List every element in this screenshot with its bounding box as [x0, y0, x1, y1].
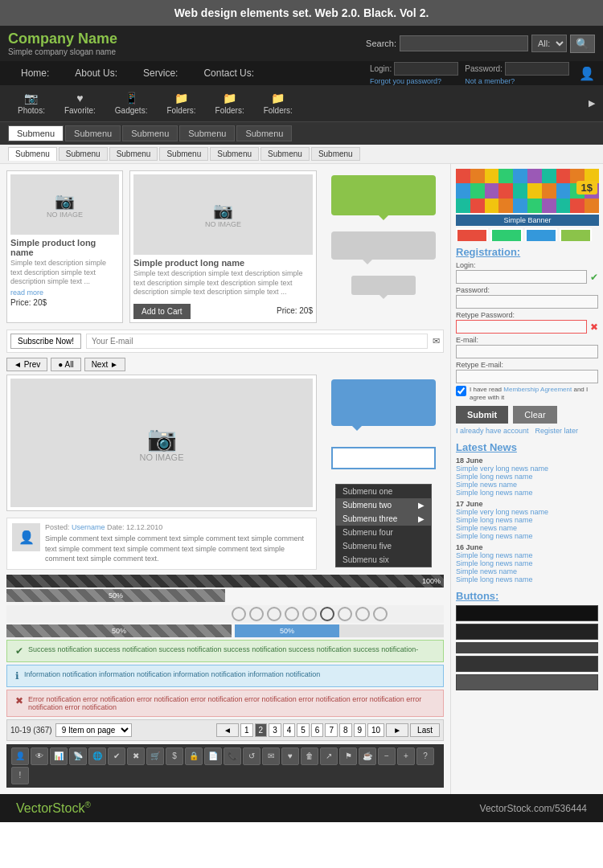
- submenu-1-item-0[interactable]: Submenu: [8, 125, 64, 141]
- dropdown-item-0[interactable]: Submenu one: [336, 485, 431, 498]
- page-10[interactable]: 10: [367, 723, 384, 737]
- tool-check[interactable]: ✔: [108, 747, 125, 765]
- reg-login-input[interactable]: [456, 270, 587, 284]
- password-input[interactable]: [505, 62, 569, 76]
- icon-gadgets[interactable]: 📱 Gadgets:: [105, 88, 158, 118]
- news-link-1-0[interactable]: Simple very long news name: [456, 508, 598, 516]
- tool-cart[interactable]: 🛒: [146, 747, 164, 765]
- submenu-2-item-3[interactable]: Submenu: [159, 147, 208, 161]
- tool-person[interactable]: 👤: [11, 747, 29, 765]
- news-link-0-1[interactable]: Simple long news name: [456, 473, 598, 481]
- tool-mail[interactable]: ✉: [262, 747, 280, 765]
- tool-eye[interactable]: 👁: [31, 747, 48, 765]
- dropdown-item-1[interactable]: Submenu two ▶: [336, 498, 431, 512]
- icon-folders2[interactable]: 📁 Folders:: [206, 88, 254, 118]
- prev-button[interactable]: ◄ Prev: [6, 358, 47, 371]
- submenu-2-item-0[interactable]: Submenu: [8, 147, 57, 161]
- tool-minus[interactable]: −: [378, 747, 396, 765]
- tool-globe[interactable]: 🌐: [88, 747, 106, 765]
- register-later-link[interactable]: Register later: [535, 427, 579, 435]
- page-1[interactable]: 1: [240, 723, 253, 737]
- have-account-link[interactable]: I already have account: [456, 427, 529, 435]
- dropdown-item-2[interactable]: Submenu three ▶: [336, 512, 431, 526]
- clear-button[interactable]: Clear: [513, 406, 556, 424]
- page-prev[interactable]: ◄: [216, 723, 239, 737]
- news-link-1-2[interactable]: Simple news name: [456, 524, 598, 532]
- tool-heart[interactable]: ♥: [281, 747, 299, 765]
- tool-phone[interactable]: 📞: [224, 747, 241, 765]
- submenu-2-item-6[interactable]: Submenu: [311, 147, 360, 161]
- tool-refresh[interactable]: ↺: [243, 747, 260, 765]
- tool-lock[interactable]: 🔒: [185, 747, 203, 765]
- icon-favorite[interactable]: ♥ Favorite:: [55, 88, 105, 118]
- news-link-2-3[interactable]: Simple long news name: [456, 575, 598, 583]
- subscribe-input[interactable]: [86, 334, 428, 349]
- page-3[interactable]: 3: [269, 723, 281, 737]
- page-4[interactable]: 4: [283, 723, 296, 737]
- submenu-2-item-4[interactable]: Submenu: [210, 147, 259, 161]
- btn-sample-5[interactable]: [456, 674, 598, 690]
- news-link-2-1[interactable]: Simple long news name: [456, 559, 598, 567]
- submenu-1-item-3[interactable]: Submenu: [179, 125, 235, 141]
- news-link-0-2[interactable]: Simple news name: [456, 481, 598, 489]
- submit-button[interactable]: Submit: [456, 406, 508, 424]
- page-5[interactable]: 5: [297, 723, 310, 737]
- read-more-link-1[interactable]: read more: [10, 289, 43, 297]
- page-6[interactable]: 6: [311, 723, 324, 737]
- submenu-1-item-1[interactable]: Submenu: [65, 125, 121, 141]
- dropdown-item-4[interactable]: Submenu five: [336, 539, 431, 553]
- tool-bar-chart[interactable]: 📊: [50, 747, 68, 765]
- nav-home[interactable]: Home:: [8, 61, 62, 85]
- search-button[interactable]: 🔍: [570, 35, 595, 53]
- subscribe-button[interactable]: Subscribe Now!: [10, 334, 81, 349]
- tool-cup[interactable]: ☕: [359, 747, 376, 765]
- submenu-1-item-2[interactable]: Submenu: [122, 125, 178, 141]
- email-input[interactable]: [456, 345, 598, 358]
- search-input[interactable]: [400, 35, 528, 51]
- news-link-1-1[interactable]: Simple long news name: [456, 516, 598, 524]
- reg-password-input[interactable]: [456, 295, 598, 309]
- login-input[interactable]: [394, 62, 458, 76]
- nav-contact[interactable]: Contact Us:: [191, 61, 267, 85]
- tool-dollar[interactable]: $: [166, 747, 183, 765]
- tool-rss[interactable]: 📡: [69, 747, 87, 765]
- news-link-0-3[interactable]: Simple long news name: [456, 489, 598, 497]
- next-button[interactable]: Next ►: [84, 358, 125, 371]
- btn-sample-2[interactable]: [456, 624, 598, 640]
- btn-sample-3[interactable]: [456, 642, 598, 653]
- tool-flag[interactable]: ⚑: [339, 747, 357, 765]
- news-link-0-0[interactable]: Simple very long news name: [456, 465, 598, 473]
- news-link-1-3[interactable]: Simple long news name: [456, 532, 598, 540]
- news-link-2-0[interactable]: Simple long news name: [456, 551, 598, 559]
- comment-username[interactable]: Username: [72, 523, 105, 531]
- icon-photos[interactable]: 📷 Photos:: [8, 88, 55, 118]
- not-member-link[interactable]: Not a member?: [465, 77, 515, 85]
- tool-doc[interactable]: 📄: [204, 747, 222, 765]
- page-last[interactable]: Last: [410, 723, 440, 737]
- tool-x[interactable]: ✖: [127, 747, 145, 765]
- dropdown-item-3[interactable]: Submenu four: [336, 526, 431, 539]
- page-8[interactable]: 8: [339, 723, 352, 737]
- add-to-cart-button[interactable]: Add to Cart: [133, 304, 191, 319]
- tool-exclaim[interactable]: !: [11, 767, 29, 784]
- tool-question[interactable]: ?: [416, 747, 434, 765]
- nav-about[interactable]: About Us:: [62, 61, 130, 85]
- icon-folders1[interactable]: 📁 Folders:: [157, 88, 205, 118]
- dropdown-item-5[interactable]: Submenu six: [336, 553, 431, 567]
- page-7[interactable]: 7: [325, 723, 338, 737]
- submenu-2-item-2[interactable]: Submenu: [109, 147, 158, 161]
- page-2[interactable]: 2: [255, 723, 268, 737]
- page-next[interactable]: ►: [386, 723, 408, 737]
- retype-email-input[interactable]: [456, 370, 598, 383]
- items-per-page-select[interactable]: 9 Item on page: [55, 723, 132, 737]
- tool-cursor[interactable]: ↗: [320, 747, 338, 765]
- agreement-checkbox[interactable]: [456, 386, 466, 396]
- retype-password-input[interactable]: [456, 320, 587, 334]
- search-select[interactable]: All:: [531, 35, 567, 52]
- icon-folders3[interactable]: 📁 Folders:: [254, 88, 302, 118]
- submenu-1-item-4[interactable]: Submenu: [236, 125, 292, 141]
- submenu-2-item-5[interactable]: Submenu: [260, 147, 310, 161]
- all-button[interactable]: ● All: [51, 358, 80, 371]
- btn-sample-4[interactable]: [456, 656, 598, 672]
- nav-service[interactable]: Service:: [130, 61, 191, 85]
